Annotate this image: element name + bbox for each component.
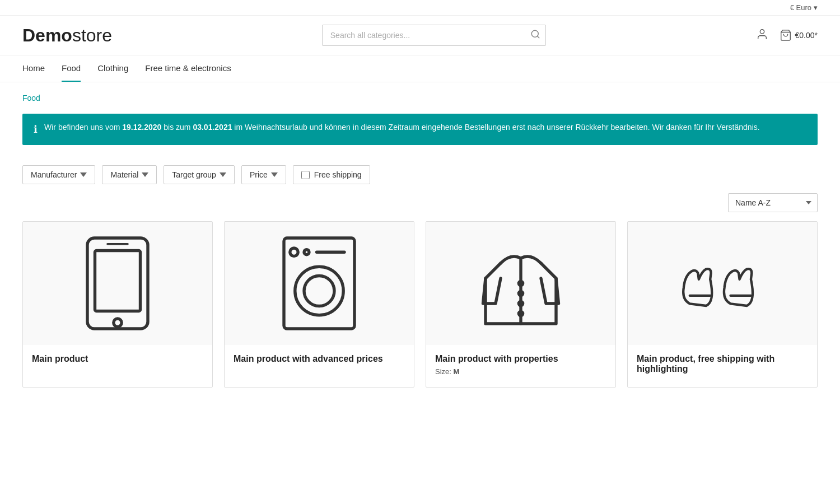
svg-point-6 bbox=[114, 319, 122, 326]
currency-selector[interactable]: € Euro ▾ bbox=[790, 3, 818, 12]
product-card[interactable]: Main product, free shipping with highlig… bbox=[627, 221, 818, 388]
search-icon bbox=[530, 29, 540, 39]
product-name: Main product bbox=[32, 354, 203, 364]
mittens-icon bbox=[678, 233, 767, 334]
product-name: Main product with properties bbox=[435, 354, 606, 364]
nav-item-food[interactable]: Food bbox=[62, 55, 81, 82]
product-info: Main product with advanced prices bbox=[225, 345, 414, 376]
chevron-down-icon bbox=[220, 171, 226, 178]
nav-item-home[interactable]: Home bbox=[22, 55, 45, 82]
cart-price: €0.00* bbox=[795, 31, 818, 40]
free-shipping-label: Free shipping bbox=[314, 170, 362, 179]
header: Demostore €0.00* bbox=[0, 16, 840, 55]
target-group-filter[interactable]: Target group bbox=[164, 165, 235, 184]
search-button[interactable] bbox=[530, 29, 540, 41]
info-banner: ℹ Wir befinden uns vom 19.12.2020 bis zu… bbox=[22, 114, 818, 145]
filters-bar: Manufacturer Material Target group Price… bbox=[0, 156, 840, 193]
free-shipping-checkbox[interactable] bbox=[301, 171, 310, 179]
nav-item-clothing[interactable]: Clothing bbox=[97, 55, 128, 82]
product-image-area bbox=[628, 222, 817, 345]
logo-bold: Demo bbox=[22, 25, 72, 45]
product-size: Size: M bbox=[435, 367, 606, 376]
manufacturer-filter[interactable]: Manufacturer bbox=[22, 165, 95, 184]
svg-point-12 bbox=[304, 250, 309, 255]
account-icon-button[interactable] bbox=[756, 28, 768, 43]
banner-text: Wir befinden uns vom 19.12.2020 bis zum … bbox=[44, 122, 760, 133]
svg-point-9 bbox=[295, 267, 343, 315]
search-input[interactable] bbox=[322, 25, 546, 46]
svg-line-1 bbox=[537, 36, 539, 38]
jacket-icon bbox=[476, 233, 566, 334]
main-nav: Home Food Clothing Free time & electroni… bbox=[0, 55, 840, 82]
product-card[interactable]: Main product bbox=[22, 221, 213, 388]
currency-arrow: ▾ bbox=[814, 3, 818, 12]
price-filter[interactable]: Price bbox=[241, 165, 286, 184]
product-image-area bbox=[225, 222, 414, 345]
product-info: Main product with properties Size: M bbox=[426, 345, 615, 387]
svg-rect-5 bbox=[95, 251, 141, 311]
free-shipping-filter[interactable]: Free shipping bbox=[293, 165, 370, 184]
chevron-down-icon bbox=[80, 171, 87, 178]
material-filter[interactable]: Material bbox=[102, 165, 157, 184]
search-bar-container bbox=[322, 25, 546, 46]
header-icons: €0.00* bbox=[756, 28, 818, 43]
washer-icon bbox=[274, 233, 364, 334]
cart-icon bbox=[780, 29, 792, 41]
top-bar: € Euro ▾ bbox=[0, 0, 840, 16]
product-image-area bbox=[426, 222, 615, 345]
sort-bar: Name A-Z Name Z-A Price ascending Price … bbox=[0, 193, 840, 221]
sort-select[interactable]: Name A-Z Name Z-A Price ascending Price … bbox=[728, 193, 818, 212]
svg-point-2 bbox=[760, 29, 764, 33]
chevron-down-icon bbox=[271, 171, 278, 178]
svg-point-11 bbox=[290, 248, 298, 256]
user-icon bbox=[756, 28, 768, 40]
currency-label: € Euro bbox=[790, 3, 811, 12]
info-icon: ℹ bbox=[34, 122, 38, 137]
nav-item-freetime[interactable]: Free time & electronics bbox=[145, 55, 231, 82]
product-info: Main product bbox=[23, 345, 212, 376]
product-name: Main product with advanced prices bbox=[234, 354, 405, 364]
products-grid: Main product Main product with advanced … bbox=[0, 221, 840, 410]
logo-light: store bbox=[72, 25, 112, 45]
breadcrumb: Food bbox=[0, 82, 840, 108]
cart-button[interactable]: €0.00* bbox=[780, 29, 818, 41]
product-name: Main product, free shipping with highlig… bbox=[637, 354, 808, 374]
logo[interactable]: Demostore bbox=[22, 25, 112, 46]
product-card[interactable]: Main product with advanced prices bbox=[224, 221, 414, 388]
breadcrumb-food[interactable]: Food bbox=[22, 94, 40, 102]
product-info: Main product, free shipping with highlig… bbox=[628, 345, 817, 386]
product-card[interactable]: Main product with properties Size: M bbox=[426, 221, 616, 388]
chevron-down-icon bbox=[142, 171, 148, 178]
phone-icon bbox=[73, 233, 162, 334]
product-image-area bbox=[23, 222, 212, 345]
svg-point-10 bbox=[304, 276, 334, 306]
